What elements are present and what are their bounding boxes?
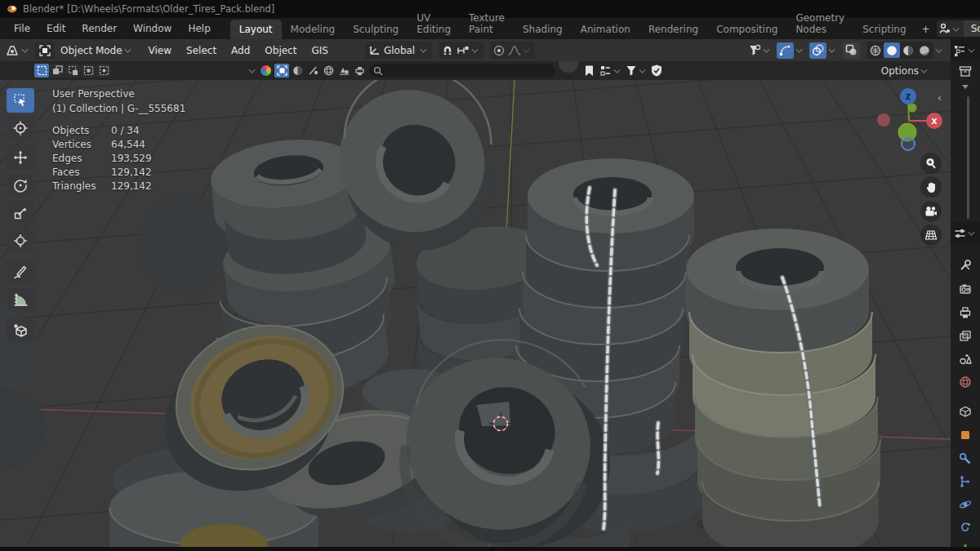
properties-tab-constraints[interactable] xyxy=(951,472,980,491)
properties-tab-physics[interactable] xyxy=(951,495,980,514)
shading-material-button[interactable] xyxy=(900,42,916,58)
blenderkit-model-button[interactable] xyxy=(274,64,289,78)
shading-rendered-button[interactable] xyxy=(916,42,933,58)
tab-layout[interactable]: Layout xyxy=(230,20,282,39)
editor-type-button[interactable] xyxy=(5,44,30,57)
transform-orientation[interactable]: Global xyxy=(365,42,432,59)
blenderkit-brush-button[interactable] xyxy=(305,64,320,78)
menu-select[interactable]: Select xyxy=(179,42,224,60)
bookmark-icon[interactable] xyxy=(585,65,594,77)
tool-cursor[interactable] xyxy=(7,116,34,140)
tab-uv-editing[interactable]: UV Editing xyxy=(408,8,460,39)
tab-animation[interactable]: Animation xyxy=(572,20,639,39)
tool-select-box[interactable] xyxy=(7,88,34,113)
blenderkit-scene-button[interactable] xyxy=(336,64,351,78)
outliner-scroll-up[interactable] xyxy=(951,82,980,91)
xray-toggle[interactable] xyxy=(843,42,860,59)
zoom-button[interactable] xyxy=(920,153,942,174)
properties-tab-object[interactable] xyxy=(951,425,980,445)
outliner-small-icon xyxy=(600,65,612,76)
gizmo-minus-x-ball[interactable] xyxy=(877,113,890,127)
scene-canvas[interactable] xyxy=(0,80,951,551)
blenderkit-material-button[interactable] xyxy=(290,64,305,78)
select-mode-set-button[interactable] xyxy=(34,64,49,78)
mode-icon-button[interactable] xyxy=(35,42,55,59)
show-overlays-toggle[interactable] xyxy=(809,42,826,59)
show-gizmo-toggle[interactable] xyxy=(777,42,794,59)
tab-geometry-nodes[interactable]: Geometry Nodes xyxy=(786,8,853,39)
shading-wireframe-button[interactable] xyxy=(867,42,884,58)
menu-object[interactable]: Object xyxy=(257,42,304,60)
properties-tab-tool[interactable] xyxy=(951,256,980,275)
viewport-editor-icon xyxy=(5,44,20,57)
tool-measure[interactable] xyxy=(7,287,34,312)
stat-label: Vertices xyxy=(52,139,100,150)
properties-tab-particles[interactable] xyxy=(951,518,980,537)
select-mode-invert-button[interactable] xyxy=(81,64,96,78)
orientation-icon xyxy=(368,45,381,56)
properties-tab-scene[interactable] xyxy=(951,349,980,369)
blenderkit-hdr-button[interactable] xyxy=(321,64,336,78)
blenderkit-assetbar-tab-icon[interactable] xyxy=(559,61,578,73)
add-workspace-button[interactable]: + xyxy=(915,20,937,39)
gizmo-y-small-ball[interactable] xyxy=(908,104,917,113)
tool-move[interactable] xyxy=(7,145,34,170)
camera-view-button[interactable] xyxy=(920,201,942,222)
asset-library-button[interactable] xyxy=(600,65,622,76)
sidebar-collapse-arrow[interactable]: ‹ xyxy=(938,92,942,104)
tab-modeling[interactable]: Modeling xyxy=(282,20,345,39)
menu-help[interactable]: Help xyxy=(180,20,218,38)
blenderkit-search-input[interactable] xyxy=(369,64,555,78)
scene-name[interactable]: Scene xyxy=(964,20,980,37)
tool-rotate[interactable] xyxy=(7,173,34,198)
tab-texture-paint[interactable]: Texture Paint xyxy=(460,8,514,39)
select-mode-extend-button[interactable] xyxy=(50,64,65,78)
menu-edit[interactable]: Edit xyxy=(38,20,74,38)
menu-window[interactable]: Window xyxy=(125,20,180,38)
menu-add[interactable]: Add xyxy=(224,42,257,60)
properties-tab-modifiers[interactable] xyxy=(951,449,980,469)
tab-scripting[interactable]: Scripting xyxy=(853,20,915,39)
outliner-filter-row[interactable] xyxy=(951,61,980,82)
menu-render[interactable]: Render xyxy=(74,20,125,38)
properties-header[interactable] xyxy=(951,222,980,244)
select-mode-subtract-button[interactable] xyxy=(65,64,80,78)
mode-selector[interactable]: Object Mode xyxy=(60,45,122,56)
tool-annotate[interactable] xyxy=(7,260,34,284)
stat-objects: Objects 0 / 34 xyxy=(52,125,140,136)
properties-tab-view-layer[interactable] xyxy=(951,327,980,346)
tab-rendering[interactable]: Rendering xyxy=(639,20,707,39)
blender-logo-icon xyxy=(6,3,17,15)
properties-tab-render[interactable] xyxy=(951,279,980,299)
tool-scale[interactable] xyxy=(7,201,34,225)
object-types-visibility-button[interactable] xyxy=(748,44,772,56)
viewport-3d[interactable]: Options User Perspective (1) Collection … xyxy=(0,61,951,551)
tab-compositing[interactable]: Compositing xyxy=(707,20,786,39)
navigation-gizmo[interactable]: Z X xyxy=(872,86,947,161)
pan-button[interactable] xyxy=(920,176,942,198)
tab-sculpting[interactable]: Sculpting xyxy=(344,20,408,39)
menu-gis[interactable]: GIS xyxy=(304,42,335,60)
tool-transform[interactable] xyxy=(7,229,34,253)
options-dropdown[interactable]: Options xyxy=(881,65,929,77)
menu-view[interactable]: View xyxy=(141,42,179,60)
properties-tab-world[interactable] xyxy=(951,372,980,392)
outliner-scrollbar[interactable] xyxy=(967,96,969,219)
menu-file[interactable]: File xyxy=(6,20,38,38)
verified-shield-icon[interactable] xyxy=(651,64,662,77)
perspective-toggle-button[interactable] xyxy=(920,224,942,246)
chevron-down-icon[interactable] xyxy=(249,67,256,73)
properties-tab-output[interactable] xyxy=(951,303,980,322)
tab-shading[interactable]: Shading xyxy=(514,20,572,39)
shading-solid-button[interactable] xyxy=(884,42,900,58)
snap-controls[interactable] xyxy=(439,42,483,59)
select-mode-intersect-button[interactable] xyxy=(96,64,111,78)
scene-browse-button[interactable] xyxy=(937,20,964,37)
filter-button[interactable] xyxy=(626,65,648,76)
proportional-editing[interactable] xyxy=(490,42,535,59)
tool-add-cube[interactable] xyxy=(7,318,34,343)
properties-tab-collection[interactable] xyxy=(951,402,980,421)
gizmo-minus-z-ball[interactable] xyxy=(902,137,915,150)
outliner-header[interactable] xyxy=(951,39,980,61)
blenderkit-printable-button[interactable] xyxy=(352,64,367,78)
